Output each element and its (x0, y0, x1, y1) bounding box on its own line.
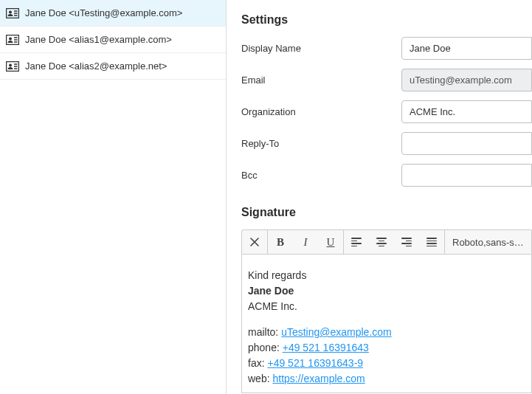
signature-title: Signature (241, 206, 532, 219)
signature-mailto-link[interactable]: uTesting@example.com (281, 326, 392, 338)
align-justify-icon (426, 238, 437, 246)
identity-item[interactable]: Jane Doe <alias1@example.com> (0, 27, 226, 53)
main-panel: Settings Display Name Email Organization… (227, 0, 532, 394)
close-icon (250, 238, 259, 246)
signature-fax-link[interactable]: +49 521 16391643-9 (267, 357, 363, 369)
signature-name: Jane Doe (248, 283, 525, 299)
signature-mailto-label: mailto: (248, 326, 281, 338)
svg-point-1 (9, 10, 12, 13)
reply-to-input[interactable] (401, 132, 532, 155)
display-name-input[interactable] (401, 37, 532, 60)
organization-label: Organization (241, 106, 401, 117)
identity-item[interactable]: Jane Doe <uTesting@example.com> (0, 0, 226, 27)
signature-editor[interactable]: Kind regards Jane Doe ACME Inc. mailto: … (241, 255, 532, 393)
signature-phone-label: phone: (248, 342, 283, 353)
reply-to-label: Reply-To (241, 138, 401, 149)
signature-greeting: Kind regards (248, 268, 525, 283)
align-justify-button[interactable] (419, 230, 444, 254)
email-label: Email (241, 75, 401, 86)
identity-item-label: Jane Doe <alias1@example.com> (25, 34, 172, 45)
identity-item-label: Jane Doe <uTesting@example.com> (25, 7, 182, 18)
contact-card-icon (6, 35, 19, 45)
signature-org: ACME Inc. (248, 299, 525, 314)
font-family-select[interactable]: Roboto,sans-s… (445, 230, 531, 254)
email-input (401, 69, 532, 91)
settings-title: Settings (241, 13, 532, 27)
identity-item-label: Jane Doe <alias2@example.net> (25, 61, 167, 72)
signature-web-label: web: (248, 373, 272, 384)
underline-button[interactable]: U (318, 230, 343, 254)
align-right-button[interactable] (394, 230, 419, 254)
align-right-icon (401, 238, 412, 246)
svg-point-6 (9, 37, 12, 40)
signature-toolbar: B I U (241, 229, 532, 255)
bcc-label: Bcc (241, 170, 401, 181)
align-center-icon (376, 238, 387, 246)
organization-input[interactable] (401, 100, 532, 123)
display-name-label: Display Name (241, 43, 401, 54)
contact-card-icon (6, 8, 19, 18)
align-left-icon (351, 238, 362, 246)
bcc-input[interactable] (401, 164, 532, 187)
identity-item[interactable]: Jane Doe <alias2@example.net> (0, 53, 226, 80)
svg-point-11 (9, 63, 12, 66)
clear-formatting-button[interactable] (242, 230, 267, 254)
signature-phone-link[interactable]: +49 521 16391643 (283, 342, 369, 353)
contact-card-icon (6, 61, 19, 72)
bold-button[interactable]: B (268, 230, 293, 254)
align-center-button[interactable] (369, 230, 394, 254)
align-left-button[interactable] (344, 230, 369, 254)
identity-sidebar: Jane Doe <uTesting@example.com> Jane Doe… (0, 0, 227, 394)
signature-web-link[interactable]: https://example.com (272, 373, 365, 384)
italic-button[interactable]: I (293, 230, 318, 254)
signature-fax-label: fax: (248, 357, 267, 369)
